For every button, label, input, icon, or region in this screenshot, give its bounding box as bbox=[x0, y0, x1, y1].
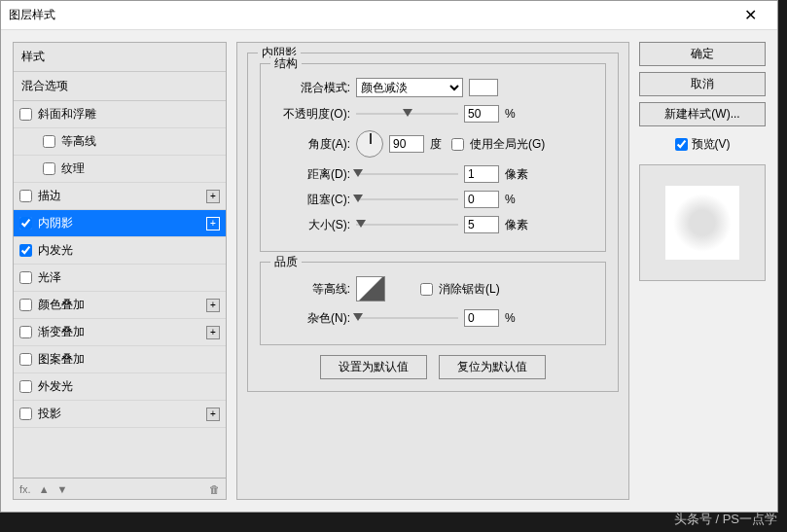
preview-box bbox=[639, 164, 766, 281]
choke-slider[interactable] bbox=[356, 193, 458, 206]
style-label: 内阴影 bbox=[38, 215, 206, 231]
style-checkbox[interactable] bbox=[19, 299, 32, 311]
style-row[interactable]: 描边+ bbox=[14, 183, 226, 210]
contour-label: 等高线: bbox=[272, 281, 350, 298]
style-label: 光泽 bbox=[38, 269, 220, 286]
style-label: 颜色叠加 bbox=[38, 297, 206, 313]
preview-thumb bbox=[665, 186, 739, 260]
choke-input[interactable]: 0 bbox=[464, 191, 499, 208]
style-checkbox[interactable] bbox=[43, 135, 55, 148]
noise-input[interactable]: 0 bbox=[464, 309, 499, 327]
style-row[interactable]: 渐变叠加+ bbox=[14, 319, 226, 346]
right-pane: 确定 取消 新建样式(W)... 预览(V) bbox=[639, 42, 766, 500]
color-swatch[interactable] bbox=[469, 79, 498, 96]
new-style-button[interactable]: 新建样式(W)... bbox=[639, 102, 766, 126]
style-row[interactable]: 投影+ bbox=[14, 401, 226, 428]
opacity-slider[interactable] bbox=[356, 107, 458, 121]
content: 样式 混合选项 斜面和浮雕等高线纹理描边+内阴影+内发光光泽颜色叠加+渐变叠加+… bbox=[1, 30, 777, 512]
preview-label: 预览(V) bbox=[692, 136, 731, 153]
opacity-input[interactable]: 50 bbox=[464, 105, 499, 123]
settings-panel: 内阴影 结构 混合模式: 颜色减淡 不透明度(O): 50 % bbox=[236, 42, 629, 500]
noise-label: 杂色(N): bbox=[272, 310, 350, 327]
style-checkbox[interactable] bbox=[19, 108, 32, 121]
style-label: 等高线 bbox=[61, 133, 220, 150]
set-default-button[interactable]: 设置为默认值 bbox=[320, 355, 427, 379]
noise-slider[interactable] bbox=[356, 311, 458, 325]
global-light-checkbox[interactable] bbox=[451, 138, 464, 151]
style-label: 外发光 bbox=[38, 378, 220, 395]
blend-options[interactable]: 混合选项 bbox=[14, 72, 226, 101]
style-row[interactable]: 等高线 bbox=[14, 128, 226, 156]
style-row[interactable]: 光泽 bbox=[14, 265, 226, 292]
plus-icon[interactable]: + bbox=[206, 326, 220, 339]
left-pane: 样式 混合选项 斜面和浮雕等高线纹理描边+内阴影+内发光光泽颜色叠加+渐变叠加+… bbox=[13, 42, 227, 500]
style-checkbox[interactable] bbox=[19, 326, 32, 338]
move-down-icon[interactable]: ▼ bbox=[57, 483, 68, 495]
size-label: 大小(S): bbox=[272, 217, 350, 233]
plus-icon[interactable]: + bbox=[206, 299, 220, 312]
choke-label: 阻塞(C): bbox=[272, 192, 350, 208]
ok-button[interactable]: 确定 bbox=[639, 42, 766, 66]
style-label: 描边 bbox=[38, 188, 206, 204]
styles-header[interactable]: 样式 bbox=[14, 43, 226, 72]
fx-menu-icon[interactable]: fx. bbox=[19, 483, 31, 495]
style-row[interactable]: 内阴影+ bbox=[14, 210, 226, 237]
distance-slider[interactable] bbox=[356, 167, 458, 181]
global-light-label: 使用全局光(G) bbox=[470, 136, 545, 153]
distance-input[interactable]: 1 bbox=[464, 165, 499, 183]
cancel-button[interactable]: 取消 bbox=[639, 72, 766, 96]
quality-group: 品质 等高线: 消除锯齿(L) 杂色(N): 0 % bbox=[260, 262, 606, 345]
style-label: 投影 bbox=[38, 406, 206, 422]
style-row[interactable]: 图案叠加 bbox=[14, 346, 226, 373]
plus-icon[interactable]: + bbox=[206, 408, 220, 421]
angle-dial[interactable] bbox=[356, 130, 383, 158]
opacity-unit: % bbox=[505, 107, 534, 121]
style-checkbox[interactable] bbox=[19, 271, 32, 284]
style-checkbox[interactable] bbox=[19, 190, 32, 202]
style-label: 渐变叠加 bbox=[38, 324, 206, 340]
style-row[interactable]: 外发光 bbox=[14, 373, 226, 401]
style-checkbox[interactable] bbox=[19, 408, 32, 420]
contour-picker[interactable] bbox=[356, 276, 385, 301]
quality-title: 品质 bbox=[270, 254, 302, 270]
structure-group: 结构 混合模式: 颜色减淡 不透明度(O): 50 % 角度(A): bbox=[260, 63, 606, 252]
style-row[interactable]: 内发光 bbox=[14, 237, 226, 265]
style-checkbox[interactable] bbox=[19, 244, 32, 257]
angle-label: 角度(A): bbox=[272, 136, 350, 153]
style-row[interactable]: 纹理 bbox=[14, 156, 226, 183]
titlebar: 图层样式 ✕ bbox=[1, 1, 777, 30]
trash-icon[interactable]: 🗑 bbox=[209, 483, 220, 495]
structure-title: 结构 bbox=[270, 55, 302, 72]
noise-unit: % bbox=[505, 311, 534, 325]
style-checkbox[interactable] bbox=[19, 353, 32, 366]
size-unit: 像素 bbox=[505, 217, 534, 233]
style-label: 斜面和浮雕 bbox=[38, 106, 220, 123]
close-icon[interactable]: ✕ bbox=[731, 6, 769, 24]
style-checkbox[interactable] bbox=[19, 217, 32, 230]
choke-unit: % bbox=[505, 193, 534, 206]
preview-checkbox[interactable] bbox=[675, 138, 688, 151]
angle-input[interactable]: 90 bbox=[389, 135, 424, 153]
antialias-checkbox[interactable] bbox=[420, 283, 433, 296]
watermark: 头条号 / PS一点学 bbox=[674, 511, 777, 528]
angle-unit: 度 bbox=[430, 136, 442, 153]
layer-style-dialog: 图层样式 ✕ 样式 混合选项 斜面和浮雕等高线纹理描边+内阴影+内发光光泽颜色叠… bbox=[0, 0, 778, 513]
style-row[interactable]: 斜面和浮雕 bbox=[14, 101, 226, 128]
opacity-label: 不透明度(O): bbox=[272, 106, 350, 123]
plus-icon[interactable]: + bbox=[206, 190, 220, 203]
style-list-footer: fx. ▲ ▼ 🗑 bbox=[13, 479, 227, 500]
size-slider[interactable] bbox=[356, 218, 458, 231]
size-input[interactable]: 5 bbox=[464, 216, 499, 233]
style-checkbox[interactable] bbox=[19, 380, 32, 393]
reset-default-button[interactable]: 复位为默认值 bbox=[439, 355, 546, 379]
move-up-icon[interactable]: ▲ bbox=[39, 483, 50, 495]
distance-label: 距离(D): bbox=[272, 166, 350, 183]
style-label: 图案叠加 bbox=[38, 351, 220, 368]
plus-icon[interactable]: + bbox=[206, 217, 220, 231]
style-checkbox[interactable] bbox=[43, 162, 55, 175]
blend-mode-select[interactable]: 颜色减淡 bbox=[356, 78, 463, 97]
antialias-label: 消除锯齿(L) bbox=[439, 281, 500, 298]
style-label: 内发光 bbox=[38, 242, 220, 259]
style-row[interactable]: 颜色叠加+ bbox=[14, 292, 226, 319]
style-list: 样式 混合选项 斜面和浮雕等高线纹理描边+内阴影+内发光光泽颜色叠加+渐变叠加+… bbox=[13, 42, 227, 479]
